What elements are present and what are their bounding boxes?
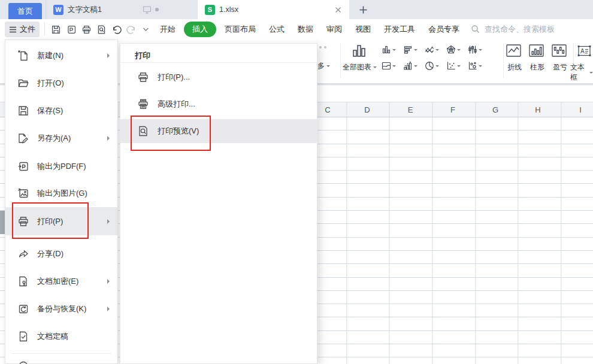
export-image-icon (17, 187, 29, 199)
screen-share-icon[interactable] (143, 5, 152, 14)
sparkline-column-button[interactable]: 柱形 (530, 62, 544, 72)
menu-item-save[interactable]: 保存(S) (5, 97, 117, 125)
file-menu-panel: 新建(N) 打开(O) 保存(S) 另存为(A) (5, 40, 118, 364)
area-chart-icon (382, 61, 391, 71)
share-icon (17, 248, 29, 260)
column-header[interactable]: D (364, 105, 370, 114)
command-search[interactable] (471, 24, 573, 34)
combo-chart-button[interactable] (403, 61, 417, 71)
menu-item-save-as[interactable]: 另存为(A) (5, 125, 117, 152)
all-charts-icon[interactable] (351, 43, 367, 59)
save-icon (51, 25, 61, 35)
sparkline-line-button[interactable]: 折线 (507, 62, 522, 72)
chevron-down-icon (326, 65, 330, 67)
search-icon (471, 25, 480, 34)
pie-chart-button[interactable] (425, 61, 439, 71)
submenu-item-print[interactable]: 打印(P)... (120, 65, 317, 89)
print-preview-button[interactable] (96, 24, 107, 35)
line-chart-button[interactable] (425, 45, 439, 54)
menu-item-encrypt[interactable]: 文档加密(E) (5, 268, 117, 295)
print-button[interactable] (81, 24, 92, 35)
backup-restore-icon (17, 303, 29, 315)
chevron-down-icon (392, 49, 396, 51)
save-as-icon (17, 132, 29, 144)
bar-chart-button[interactable] (403, 45, 417, 54)
radar-chart-button[interactable] (446, 45, 461, 54)
tab-review[interactable]: 审阅 (320, 22, 349, 37)
redo-button[interactable] (126, 24, 137, 35)
menu-item-new[interactable]: 新建(N) (5, 42, 117, 69)
chevron-down-icon (479, 65, 482, 67)
menu-item-finalize-document[interactable]: 文档定稿 (5, 323, 117, 350)
export-pdf-icon (66, 25, 77, 35)
window-edge-fragment (0, 211, 5, 234)
column-header[interactable]: H (535, 105, 540, 114)
submenu-arrow-icon (107, 136, 110, 141)
chevron-down-icon (457, 65, 461, 67)
print-preview-icon (96, 25, 107, 35)
export-pdf-button[interactable] (66, 24, 77, 35)
column-chart-button[interactable] (382, 45, 396, 54)
wps-spreadsheet-window: C D E F G H I 多 全部图表 (0, 0, 593, 364)
submenu-arrow-icon (107, 279, 110, 284)
tab-developer[interactable]: 开发工具 (377, 22, 422, 37)
customize-toolbar-button[interactable] (140, 24, 151, 35)
close-tab-button[interactable] (334, 6, 342, 14)
column-header[interactable]: I (579, 105, 582, 114)
new-tab-button[interactable] (357, 4, 369, 16)
menu-item-share[interactable]: 分享(D) (5, 240, 117, 268)
tab-formulas[interactable]: 公式 (262, 22, 291, 37)
ribbon-more-button[interactable]: 多 (317, 61, 330, 71)
submenu-title: 打印 (135, 50, 150, 61)
finalize-document-icon (17, 330, 29, 342)
writer-app-icon: W (53, 5, 63, 15)
area-chart-button[interactable] (382, 61, 396, 71)
home-tab[interactable]: 首页 (8, 3, 42, 19)
chevron-down-icon (414, 65, 417, 67)
sparkline-winloss-icon[interactable] (552, 44, 567, 57)
menu-divider (11, 353, 111, 354)
tab-home[interactable]: 开始 (153, 22, 182, 37)
partial-icon-dot (319, 46, 322, 48)
open-folder-icon (17, 77, 29, 89)
highlight-box-print (12, 202, 89, 239)
sparkline-column-icon[interactable] (529, 44, 544, 57)
save-button[interactable] (50, 24, 61, 35)
menu-item-backup-restore[interactable]: 备份与恢复(K) (5, 295, 117, 323)
print-icon (81, 25, 92, 35)
export-pdf-icon (17, 160, 29, 172)
submenu-item-advanced-print[interactable]: 高级打印... (120, 92, 317, 116)
menu-item-open[interactable]: 打开(O) (5, 69, 117, 97)
tab-membership[interactable]: 会员专享 (422, 22, 466, 37)
bubble-chart-button[interactable] (468, 61, 482, 71)
scatter-chart-button[interactable] (446, 61, 461, 71)
submenu-arrow-icon (107, 307, 110, 311)
tab-insert[interactable]: 插入 (184, 22, 216, 37)
tab-spreadsheet-document[interactable]: S 1.xlsx (198, 0, 349, 19)
chevron-down-icon (143, 27, 149, 32)
tab-view[interactable]: 视图 (349, 22, 377, 37)
sparkline-line-icon[interactable] (506, 44, 521, 57)
group-divider (503, 43, 504, 78)
partial-icon-dot (324, 46, 326, 48)
column-header[interactable]: G (492, 105, 498, 114)
chevron-down-icon (457, 49, 461, 51)
undo-button[interactable] (111, 24, 122, 35)
tab-data[interactable]: 数据 (291, 22, 320, 37)
menu-item-export-pdf[interactable]: 输出为PDF(F) (5, 153, 117, 180)
all-charts-button[interactable]: 全部图表 (343, 62, 377, 72)
column-header[interactable]: E (408, 105, 413, 114)
tab-writer-document[interactable]: W 文字文稿1 (46, 0, 189, 19)
textbox-button[interactable]: 文本框 (570, 62, 593, 83)
textbox-icon[interactable]: A (577, 44, 592, 57)
stock-chart-icon (468, 45, 477, 54)
command-search-input[interactable] (483, 24, 573, 34)
group-divider (340, 43, 341, 78)
column-header[interactable]: F (450, 105, 455, 114)
column-header[interactable]: C (325, 105, 330, 114)
stock-chart-button[interactable] (468, 45, 482, 54)
tab-page-layout[interactable]: 页面布局 (218, 22, 262, 37)
encrypt-document-icon (17, 275, 29, 287)
file-menu-button[interactable]: 文件 (5, 22, 40, 37)
sparkline-winloss-button[interactable]: 盈亏 (553, 62, 567, 72)
